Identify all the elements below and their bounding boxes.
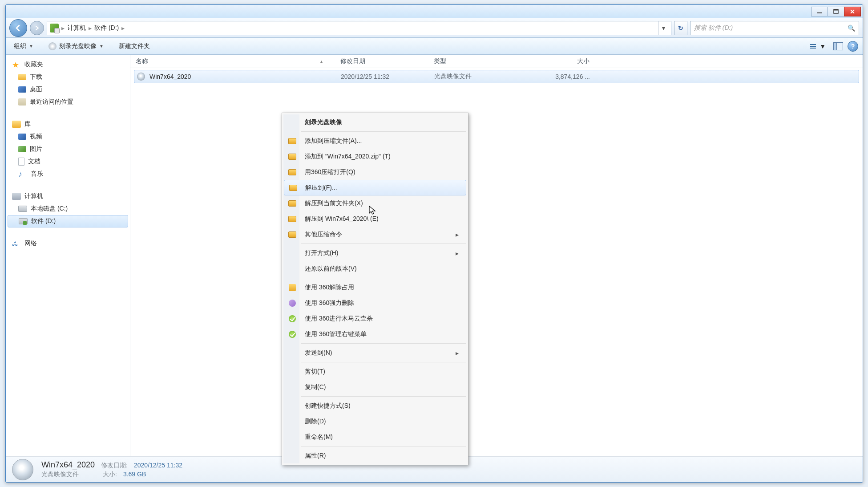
address-bar[interactable]: ▸ 计算机 ▸ 软件 (D:) ▸ ▾ xyxy=(47,21,671,35)
breadcrumb-drive[interactable]: 软件 (D:) xyxy=(94,24,119,32)
archive-icon xyxy=(288,199,297,208)
ctx-rename[interactable]: 重命名(M) xyxy=(283,429,467,445)
ctx-copy[interactable]: 复制(C) xyxy=(283,379,467,395)
archive-icon xyxy=(288,215,297,223)
desktop-icon xyxy=(18,86,26,93)
back-button[interactable] xyxy=(9,19,27,37)
archive-icon xyxy=(288,230,297,239)
context-menu: 刻录光盘映像 添加到压缩文件(A)... 添加到 "Win7x64_2020.z… xyxy=(282,113,468,465)
sidebar-ddrive[interactable]: 软件 (D:) xyxy=(8,215,128,227)
column-type[interactable]: 类型 xyxy=(434,57,527,65)
music-icon: ♪ xyxy=(18,170,27,179)
column-size[interactable]: 大小 xyxy=(527,57,589,65)
minimize-button[interactable] xyxy=(811,7,828,16)
chevron-right-icon[interactable]: ▸ xyxy=(61,24,65,32)
breadcrumb-computer[interactable]: 计算机 xyxy=(67,24,86,32)
unlock-icon xyxy=(288,283,297,292)
downloads-icon xyxy=(18,74,26,80)
ctx-extract-to[interactable]: 解压到(F)... xyxy=(284,180,466,195)
ctx-360-menu[interactable]: 使用 360管理右键菜单 xyxy=(283,326,467,342)
new-folder-button[interactable]: 新建文件夹 xyxy=(115,41,153,52)
ctx-other-zip[interactable]: 其他压缩命令▸ xyxy=(283,227,467,242)
view-options-button[interactable]: ▼ xyxy=(807,41,829,52)
titlebar xyxy=(6,5,863,18)
chevron-right-icon: ▸ xyxy=(456,349,459,357)
disc-icon xyxy=(48,42,57,50)
column-name[interactable]: 名称▴ xyxy=(136,57,340,65)
star-icon: ★ xyxy=(12,60,21,69)
drive-icon xyxy=(18,206,27,212)
chevron-right-icon[interactable]: ▸ xyxy=(89,24,92,32)
ctx-open-with[interactable]: 打开方式(H)▸ xyxy=(283,245,467,261)
svg-rect-0 xyxy=(817,12,822,13)
sidebar-desktop[interactable]: 桌面 xyxy=(6,83,130,96)
recent-icon xyxy=(18,98,26,106)
ctx-send-to[interactable]: 发送到(N)▸ xyxy=(283,345,467,361)
chevron-down-icon: ▼ xyxy=(820,43,826,50)
scan-icon xyxy=(288,314,297,323)
ctx-delete[interactable]: 删除(D) xyxy=(283,414,467,429)
details-size-label: 大小: xyxy=(103,471,117,479)
file-type: 光盘映像文件 xyxy=(434,73,528,81)
details-title: Win7x64_2020 xyxy=(41,460,95,470)
sidebar-cdrive[interactable]: 本地磁盘 (C:) xyxy=(6,203,130,215)
close-button[interactable] xyxy=(844,7,861,16)
sidebar-libraries[interactable]: 库 xyxy=(6,118,130,130)
column-headers: 名称▴ 修改日期 类型 大小 xyxy=(130,55,863,68)
file-list-pane: 名称▴ 修改日期 类型 大小 Win7x64_2020 2020/12/25 1… xyxy=(130,55,863,456)
ctx-extract-here[interactable]: 解压到当前文件夹(X) xyxy=(283,195,467,211)
ctx-360-unlock[interactable]: 使用 360解除占用 xyxy=(283,280,467,295)
computer-icon xyxy=(12,193,21,200)
disc-icon xyxy=(137,73,145,81)
sidebar-downloads[interactable]: 下载 xyxy=(6,71,130,83)
details-size-value: 3.69 GB xyxy=(123,471,146,478)
address-dropdown[interactable]: ▾ xyxy=(658,21,668,35)
maximize-button[interactable] xyxy=(828,7,844,16)
documents-icon xyxy=(18,158,24,166)
ctx-360-forcedelete[interactable]: 使用 360强力删除 xyxy=(283,295,467,311)
ctx-create-shortcut[interactable]: 创建快捷方式(S) xyxy=(283,398,467,414)
ctx-properties[interactable]: 属性(R) xyxy=(283,448,467,463)
chevron-down-icon: ▼ xyxy=(99,44,104,49)
sidebar-documents[interactable]: 文档 xyxy=(6,155,130,168)
archive-icon xyxy=(288,152,297,161)
navigation-pane: ★收藏夹 下载 桌面 最近访问的位置 库 视频 图片 文档 ♪音乐 计算机 本地… xyxy=(6,55,130,456)
sidebar-pictures[interactable]: 图片 xyxy=(6,143,130,155)
shield-icon xyxy=(288,330,297,339)
burn-disc-button[interactable]: 刻录光盘映像▼ xyxy=(45,41,107,52)
ctx-add-zip[interactable]: 添加到 "Win7x64_2020.zip" (T) xyxy=(283,149,467,164)
libraries-icon xyxy=(12,121,21,128)
ctx-360-scan[interactable]: 使用 360进行木马云查杀 xyxy=(283,311,467,326)
column-date[interactable]: 修改日期 xyxy=(340,57,434,65)
organize-menu[interactable]: 组织▼ xyxy=(10,41,37,52)
sidebar-music[interactable]: ♪音乐 xyxy=(6,168,130,180)
list-icon xyxy=(810,44,816,49)
ctx-restore-versions[interactable]: 还原以前的版本(V) xyxy=(283,261,467,276)
ctx-extract-folder[interactable]: 解压到 Win7x64_2020\ (E) xyxy=(283,211,467,227)
sidebar-recent[interactable]: 最近访问的位置 xyxy=(6,96,130,108)
ctx-cut[interactable]: 剪切(T) xyxy=(283,364,467,379)
help-button[interactable]: ? xyxy=(848,41,858,52)
ctx-add-archive[interactable]: 添加到压缩文件(A)... xyxy=(283,133,467,149)
ctx-open-360zip[interactable]: 用360压缩打开(Q) xyxy=(283,164,467,180)
chevron-down-icon: ▼ xyxy=(29,44,33,49)
refresh-button[interactable]: ↻ xyxy=(674,21,687,35)
chevron-right-icon: ▸ xyxy=(456,231,459,238)
file-name: Win7x64_2020 xyxy=(149,73,191,80)
sidebar-favorites[interactable]: ★收藏夹 xyxy=(6,58,130,71)
preview-pane-button[interactable] xyxy=(833,42,843,50)
ctx-burn-disc[interactable]: 刻录光盘映像 xyxy=(283,114,467,130)
sidebar-computer[interactable]: 计算机 xyxy=(6,190,130,203)
command-bar: 组织▼ 刻录光盘映像▼ 新建文件夹 ▼ ? xyxy=(6,38,863,55)
search-placeholder: 搜索 软件 (D:) xyxy=(694,24,733,32)
search-input[interactable]: 搜索 软件 (D:) 🔍 xyxy=(690,21,859,35)
network-icon xyxy=(12,240,21,247)
sidebar-network[interactable]: 网络 xyxy=(6,237,130,250)
search-icon: 🔍 xyxy=(848,24,855,32)
chevron-right-icon[interactable]: ▸ xyxy=(121,24,125,32)
forward-button[interactable] xyxy=(30,21,44,35)
file-row[interactable]: Win7x64_2020 2020/12/25 11:32 光盘映像文件 3,8… xyxy=(134,70,859,83)
chevron-right-icon: ▸ xyxy=(456,250,459,257)
archive-icon xyxy=(289,183,298,192)
sidebar-videos[interactable]: 视频 xyxy=(6,130,130,143)
